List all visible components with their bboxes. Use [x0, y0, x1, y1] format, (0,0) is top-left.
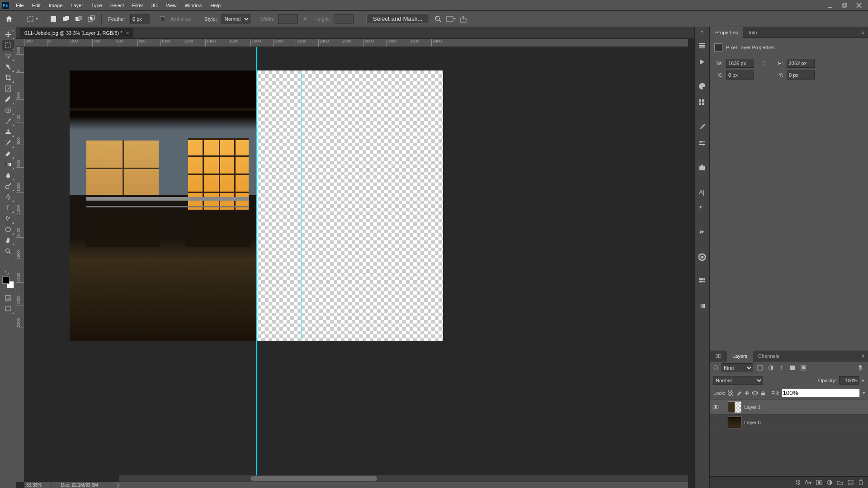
quick-selection-tool[interactable]: [2, 61, 14, 72]
3d-tab[interactable]: 3D: [710, 351, 727, 361]
visibility-toggle[interactable]: [712, 405, 720, 409]
frame-tool[interactable]: [2, 83, 14, 94]
info-tab[interactable]: Info: [743, 27, 762, 38]
libraries-panel-icon[interactable]: [696, 251, 708, 263]
swatches-panel-icon[interactable]: [696, 97, 708, 108]
selection-subtract-icon[interactable]: [73, 14, 84, 24]
close-tab-icon[interactable]: ×: [126, 30, 129, 36]
move-tool[interactable]: [2, 29, 14, 40]
pen-tool[interactable]: [2, 192, 14, 202]
share-icon[interactable]: [458, 14, 469, 24]
doc-info-chevron-icon[interactable]: ❯: [116, 483, 120, 488]
panel-menu-icon[interactable]: ≡: [858, 30, 868, 35]
eyedropper-tool[interactable]: [2, 94, 14, 105]
filter-toggle-icon[interactable]: [856, 364, 864, 372]
color-swatches[interactable]: [2, 277, 14, 288]
menu-select[interactable]: Select: [106, 0, 128, 11]
clone-stamp-tool[interactable]: [2, 127, 14, 137]
vertical-ruler[interactable]: 2000200400600800100012001400160018002000…: [16, 47, 24, 482]
layer-thumbnail[interactable]: [728, 417, 741, 428]
screen-mode-tool-icon[interactable]: [2, 304, 14, 314]
zoom-tool[interactable]: [2, 246, 14, 257]
channels-tab[interactable]: Channels: [753, 351, 784, 361]
swap-colors-icon[interactable]: [2, 269, 14, 276]
x-prop-input[interactable]: [726, 70, 754, 80]
blur-tool[interactable]: [2, 170, 14, 181]
blend-mode-select[interactable]: Normal: [713, 376, 763, 385]
y-prop-input[interactable]: [787, 70, 815, 80]
lock-transparency-icon[interactable]: [728, 389, 733, 397]
quick-mask-icon[interactable]: [2, 293, 14, 304]
window-restore[interactable]: [837, 0, 852, 11]
menu-help[interactable]: Help: [207, 0, 225, 11]
link-layers-icon[interactable]: ⛓: [795, 479, 801, 486]
document-tab[interactable]: 011-Uebele.jpg @ 33.3% (Layer 1, RGB/8) …: [20, 28, 133, 38]
height-prop-input[interactable]: [787, 59, 815, 68]
path-selection-tool[interactable]: [2, 213, 14, 224]
type-tool[interactable]: T: [2, 202, 14, 213]
layer-filter-select[interactable]: Kind: [722, 363, 753, 372]
search-icon[interactable]: [433, 14, 443, 24]
menu-view[interactable]: View: [162, 0, 181, 11]
menu-3d[interactable]: 3D: [147, 0, 162, 11]
gradient-tool[interactable]: [2, 159, 14, 170]
lock-all-icon[interactable]: [760, 389, 766, 397]
style-select[interactable]: Normal: [221, 14, 250, 23]
lock-position-icon[interactable]: [744, 389, 750, 397]
canvas-viewport[interactable]: [24, 47, 688, 482]
filter-pixel-icon[interactable]: [756, 364, 764, 372]
adjustment-layer-icon[interactable]: [827, 480, 832, 485]
link-dimensions-icon[interactable]: [760, 59, 769, 67]
brushes-panel-icon[interactable]: [696, 121, 708, 133]
menu-window[interactable]: Window: [180, 0, 206, 11]
lock-pixels-icon[interactable]: [736, 389, 741, 397]
layer-mask-icon[interactable]: [816, 480, 822, 485]
ruler-origin[interactable]: [16, 39, 24, 47]
tool-presets-panel-icon[interactable]: [696, 227, 708, 239]
width-prop-input[interactable]: [726, 59, 754, 68]
properties-tab[interactable]: Properties: [710, 27, 743, 38]
filter-smart-icon[interactable]: [799, 364, 807, 372]
menu-type[interactable]: Type: [87, 0, 106, 11]
fill-input[interactable]: [782, 389, 860, 397]
filter-shape-icon[interactable]: [788, 364, 797, 372]
menu-file[interactable]: File: [12, 0, 28, 11]
zoom-level[interactable]: 33.33%: [24, 483, 52, 488]
fill-chevron-icon[interactable]: ▾: [863, 390, 865, 396]
color-panel-icon[interactable]: [696, 80, 708, 92]
delete-layer-icon[interactable]: [858, 479, 863, 485]
edit-toolbar[interactable]: ⋯: [2, 257, 14, 267]
patterns-panel-icon[interactable]: [696, 276, 708, 287]
select-and-mask-button[interactable]: Select and Mask...: [366, 14, 429, 24]
layers-panel-menu-icon[interactable]: ≡: [858, 353, 868, 359]
opacity-chevron-icon[interactable]: ▾: [862, 378, 864, 384]
marquee-tool[interactable]: [2, 40, 14, 51]
layer-style-icon[interactable]: fx▾: [805, 479, 811, 486]
new-layer-icon[interactable]: [848, 480, 854, 485]
selection-new-icon[interactable]: [48, 14, 59, 24]
hand-tool[interactable]: [2, 235, 14, 246]
window-minimize[interactable]: [823, 0, 837, 11]
layer-row[interactable]: Layer 0: [710, 415, 868, 430]
character-panel-icon[interactable]: A|: [696, 186, 708, 198]
group-icon[interactable]: [837, 480, 843, 485]
history-brush-tool[interactable]: [2, 137, 14, 148]
home-button[interactable]: [3, 13, 15, 25]
layer-thumbnail[interactable]: [728, 401, 741, 413]
filter-adjustment-icon[interactable]: [767, 364, 775, 372]
history-panel-icon[interactable]: [696, 40, 708, 52]
crop-tool[interactable]: [2, 72, 14, 83]
layer-name[interactable]: Layer 0: [744, 420, 761, 425]
layer-name[interactable]: Layer 1: [744, 404, 761, 410]
brush-tool[interactable]: [2, 116, 14, 127]
vertical-guide[interactable]: [302, 70, 302, 341]
selection-intersect-icon[interactable]: [86, 14, 97, 24]
window-close[interactable]: [852, 0, 866, 11]
actions-panel-icon[interactable]: [696, 56, 708, 68]
screen-mode-icon[interactable]: ▾: [445, 14, 456, 24]
opacity-input[interactable]: [839, 376, 859, 385]
shape-tool[interactable]: [2, 224, 14, 235]
eraser-tool[interactable]: [2, 148, 14, 159]
feather-input[interactable]: [130, 14, 150, 23]
horizontal-ruler[interactable]: 2000200400600800100012001400160018002000…: [24, 39, 688, 47]
